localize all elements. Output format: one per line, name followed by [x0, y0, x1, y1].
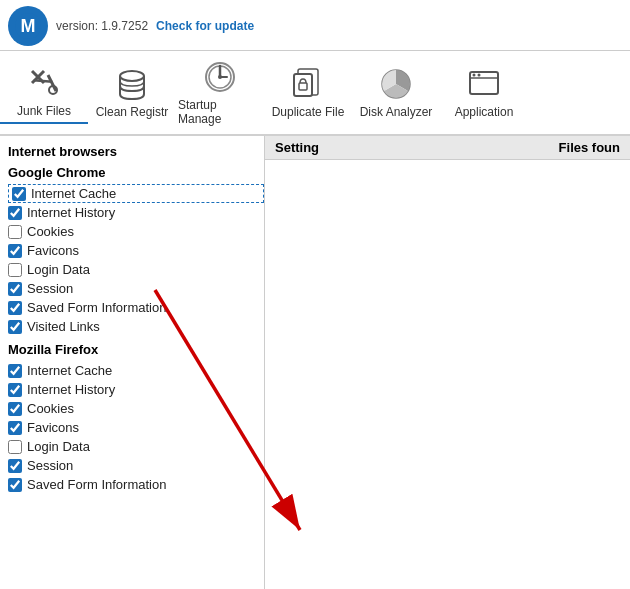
toolbar-application[interactable]: Application [440, 62, 528, 123]
col-setting-header: Setting [275, 140, 500, 155]
chrome-login-data-checkbox[interactable] [8, 263, 22, 277]
svg-rect-14 [299, 83, 307, 90]
chrome-session-checkbox[interactable] [8, 282, 22, 296]
check-update-link[interactable]: Check for update [156, 19, 254, 33]
firefox-favicons-checkbox[interactable] [8, 421, 22, 435]
disk-analyzer-icon [378, 66, 414, 102]
firefox-internet-cache-checkbox[interactable] [8, 364, 22, 378]
main-content: Internet browsers Google Chrome Internet… [0, 136, 630, 589]
chrome-saved-form-label[interactable]: Saved Form Information [27, 300, 166, 315]
svg-text:M: M [21, 16, 36, 36]
firefox-section-title: Mozilla Firefox [8, 342, 264, 357]
chrome-login-data-row: Login Data [8, 260, 264, 279]
chrome-internet-cache-checkbox[interactable] [12, 187, 26, 201]
logo: M [8, 6, 48, 46]
firefox-saved-form-label[interactable]: Saved Form Information [27, 477, 166, 492]
firefox-cookies-row: Cookies [8, 399, 264, 418]
firefox-internet-history-checkbox[interactable] [8, 383, 22, 397]
right-panel: Setting Files foun [265, 136, 630, 589]
chrome-internet-history-label[interactable]: Internet History [27, 205, 115, 220]
firefox-session-checkbox[interactable] [8, 459, 22, 473]
clean-registry-label: Clean Registr [96, 105, 169, 119]
firefox-login-data-row: Login Data [8, 437, 264, 456]
col-files-header: Files foun [500, 140, 620, 155]
chrome-login-data-label[interactable]: Login Data [27, 262, 90, 277]
startup-icon [202, 59, 238, 95]
chrome-session-label[interactable]: Session [27, 281, 73, 296]
svg-rect-13 [294, 74, 312, 96]
chrome-saved-form-row: Saved Form Information [8, 298, 264, 317]
svg-point-18 [473, 74, 476, 77]
firefox-favicons-label[interactable]: Favicons [27, 420, 79, 435]
registry-icon [114, 66, 150, 102]
firefox-internet-history-row: Internet History [8, 380, 264, 399]
left-panel: Internet browsers Google Chrome Internet… [0, 136, 265, 589]
firefox-login-data-label[interactable]: Login Data [27, 439, 90, 454]
chrome-visited-links-label[interactable]: Visited Links [27, 319, 100, 334]
application-icon [466, 66, 502, 102]
firefox-internet-cache-label[interactable]: Internet Cache [27, 363, 112, 378]
chrome-cookies-row: Cookies [8, 222, 264, 241]
chrome-internet-history-checkbox[interactable] [8, 206, 22, 220]
firefox-cookies-checkbox[interactable] [8, 402, 22, 416]
toolbar-junk-files[interactable]: Junk Files [0, 61, 88, 124]
chrome-favicons-label[interactable]: Favicons [27, 243, 79, 258]
chrome-visited-links-row: Visited Links [8, 317, 264, 336]
chrome-visited-links-checkbox[interactable] [8, 320, 22, 334]
chrome-favicons-row: Favicons [8, 241, 264, 260]
toolbar: Junk Files Clean Registr Startup Manage [0, 51, 630, 136]
chrome-internet-history-row: Internet History [8, 203, 264, 222]
junk-files-label: Junk Files [17, 104, 71, 118]
right-panel-header: Setting Files foun [265, 136, 630, 160]
firefox-session-label[interactable]: Session [27, 458, 73, 473]
chrome-favicons-checkbox[interactable] [8, 244, 22, 258]
firefox-login-data-checkbox[interactable] [8, 440, 22, 454]
chrome-cookies-label[interactable]: Cookies [27, 224, 74, 239]
header: M version: 1.9.7252 Check for update [0, 0, 630, 51]
firefox-internet-history-label[interactable]: Internet History [27, 382, 115, 397]
duplicate-file-label: Duplicate File [272, 105, 345, 119]
application-label: Application [455, 105, 514, 119]
chrome-cookies-checkbox[interactable] [8, 225, 22, 239]
toolbar-disk-analyzer[interactable]: Disk Analyzer [352, 62, 440, 123]
firefox-saved-form-checkbox[interactable] [8, 478, 22, 492]
firefox-favicons-row: Favicons [8, 418, 264, 437]
firefox-internet-cache-row: Internet Cache [8, 361, 264, 380]
toolbar-duplicate-file[interactable]: Duplicate File [264, 62, 352, 123]
startup-manager-label: Startup Manage [178, 98, 262, 126]
firefox-saved-form-row: Saved Form Information [8, 475, 264, 494]
chrome-session-row: Session [8, 279, 264, 298]
chrome-saved-form-checkbox[interactable] [8, 301, 22, 315]
junk-files-icon [26, 65, 62, 101]
toolbar-startup-manager[interactable]: Startup Manage [176, 55, 264, 130]
firefox-cookies-label[interactable]: Cookies [27, 401, 74, 416]
right-panel-content [265, 160, 630, 589]
svg-point-12 [218, 75, 222, 79]
svg-point-7 [120, 71, 144, 81]
svg-point-19 [478, 74, 481, 77]
section-internet-browsers: Internet browsers [8, 144, 264, 159]
version-text: version: 1.9.7252 [56, 19, 148, 33]
toolbar-clean-registry[interactable]: Clean Registr [88, 62, 176, 123]
left-scroll-area[interactable]: Internet browsers Google Chrome Internet… [0, 136, 264, 589]
duplicate-icon [290, 66, 326, 102]
chrome-internet-cache-row: Internet Cache [8, 184, 264, 203]
chrome-section-title: Google Chrome [8, 165, 264, 180]
firefox-session-row: Session [8, 456, 264, 475]
disk-analyzer-label: Disk Analyzer [360, 105, 433, 119]
chrome-internet-cache-label[interactable]: Internet Cache [31, 186, 116, 201]
